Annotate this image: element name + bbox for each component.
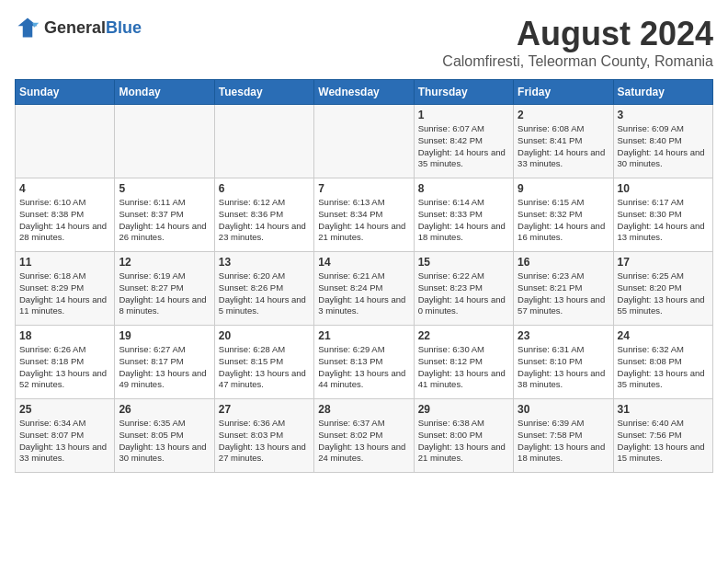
day-number: 4 (19, 182, 110, 195)
day-info: Sunrise: 6:21 AM Sunset: 8:24 PM Dayligh… (318, 270, 409, 317)
day-cell (214, 105, 313, 178)
week-row-4: 18Sunrise: 6:26 AM Sunset: 8:18 PM Dayli… (16, 326, 713, 399)
day-cell: 6Sunrise: 6:12 AM Sunset: 8:36 PM Daylig… (214, 178, 313, 252)
day-number: 13 (219, 256, 310, 269)
day-info: Sunrise: 6:32 AM Sunset: 8:08 PM Dayligh… (618, 344, 709, 391)
day-number: 3 (618, 109, 709, 121)
logo-text-general: General (44, 18, 106, 38)
day-info: Sunrise: 6:08 AM Sunset: 8:41 PM Dayligh… (518, 123, 609, 170)
day-cell: 26Sunrise: 6:35 AM Sunset: 8:05 PM Dayli… (115, 399, 214, 473)
week-row-5: 25Sunrise: 6:34 AM Sunset: 8:07 PM Dayli… (16, 399, 713, 473)
day-info: Sunrise: 6:25 AM Sunset: 8:20 PM Dayligh… (618, 270, 709, 317)
day-cell: 19Sunrise: 6:27 AM Sunset: 8:17 PM Dayli… (115, 326, 214, 399)
day-number: 28 (318, 403, 409, 416)
day-number: 22 (418, 329, 509, 342)
day-cell: 7Sunrise: 6:13 AM Sunset: 8:34 PM Daylig… (314, 178, 414, 252)
day-info: Sunrise: 6:26 AM Sunset: 8:18 PM Dayligh… (19, 344, 110, 391)
header: General Blue August 2024 Calomfiresti, T… (15, 15, 713, 70)
header-cell-tuesday: Tuesday (214, 80, 313, 105)
day-info: Sunrise: 6:13 AM Sunset: 8:34 PM Dayligh… (318, 197, 409, 244)
day-number: 31 (618, 403, 709, 416)
day-number: 1 (418, 109, 509, 121)
logo-text-blue: Blue (106, 18, 142, 38)
day-cell: 23Sunrise: 6:31 AM Sunset: 8:10 PM Dayli… (514, 326, 613, 399)
day-number: 20 (219, 329, 310, 342)
day-info: Sunrise: 6:30 AM Sunset: 8:12 PM Dayligh… (418, 344, 509, 391)
day-cell: 30Sunrise: 6:39 AM Sunset: 7:58 PM Dayli… (514, 399, 613, 473)
day-number: 25 (19, 403, 110, 416)
day-info: Sunrise: 6:23 AM Sunset: 8:21 PM Dayligh… (518, 270, 609, 317)
day-cell: 10Sunrise: 6:17 AM Sunset: 8:30 PM Dayli… (613, 178, 712, 252)
day-cell: 4Sunrise: 6:10 AM Sunset: 8:38 PM Daylig… (16, 178, 115, 252)
day-cell: 5Sunrise: 6:11 AM Sunset: 8:37 PM Daylig… (115, 178, 214, 252)
day-cell: 2Sunrise: 6:08 AM Sunset: 8:41 PM Daylig… (514, 105, 613, 178)
day-number: 27 (219, 403, 310, 416)
day-cell: 27Sunrise: 6:36 AM Sunset: 8:03 PM Dayli… (214, 399, 313, 473)
day-cell: 28Sunrise: 6:37 AM Sunset: 8:02 PM Dayli… (314, 399, 414, 473)
day-cell: 11Sunrise: 6:18 AM Sunset: 8:29 PM Dayli… (16, 252, 115, 326)
day-info: Sunrise: 6:22 AM Sunset: 8:23 PM Dayligh… (418, 270, 509, 317)
calendar-body: 1Sunrise: 6:07 AM Sunset: 8:42 PM Daylig… (16, 105, 713, 473)
day-number: 23 (518, 329, 609, 342)
day-number: 29 (418, 403, 509, 416)
day-cell: 14Sunrise: 6:21 AM Sunset: 8:24 PM Dayli… (314, 252, 414, 326)
day-info: Sunrise: 6:17 AM Sunset: 8:30 PM Dayligh… (618, 197, 709, 244)
day-info: Sunrise: 6:09 AM Sunset: 8:40 PM Dayligh… (618, 123, 709, 170)
day-info: Sunrise: 6:15 AM Sunset: 8:32 PM Dayligh… (518, 197, 609, 244)
calendar-header: SundayMondayTuesdayWednesdayThursdayFrid… (16, 80, 713, 105)
day-info: Sunrise: 6:35 AM Sunset: 8:05 PM Dayligh… (119, 418, 210, 465)
day-info: Sunrise: 6:37 AM Sunset: 8:02 PM Dayligh… (318, 418, 409, 465)
calendar-subtitle: Calomfiresti, Teleorman County, Romania (442, 53, 713, 70)
day-number: 2 (518, 109, 609, 121)
day-info: Sunrise: 6:38 AM Sunset: 8:00 PM Dayligh… (418, 418, 509, 465)
day-cell: 8Sunrise: 6:14 AM Sunset: 8:33 PM Daylig… (414, 178, 513, 252)
day-info: Sunrise: 6:29 AM Sunset: 8:13 PM Dayligh… (318, 344, 409, 391)
day-number: 7 (318, 182, 409, 195)
week-row-1: 1Sunrise: 6:07 AM Sunset: 8:42 PM Daylig… (16, 105, 713, 178)
day-cell (16, 105, 115, 178)
day-info: Sunrise: 6:34 AM Sunset: 8:07 PM Dayligh… (19, 418, 110, 465)
day-cell: 24Sunrise: 6:32 AM Sunset: 8:08 PM Dayli… (613, 326, 712, 399)
day-number: 8 (418, 182, 509, 195)
day-cell: 9Sunrise: 6:15 AM Sunset: 8:32 PM Daylig… (514, 178, 613, 252)
day-info: Sunrise: 6:07 AM Sunset: 8:42 PM Dayligh… (418, 123, 509, 170)
header-cell-sunday: Sunday (16, 80, 115, 105)
day-cell: 21Sunrise: 6:29 AM Sunset: 8:13 PM Dayli… (314, 326, 414, 399)
header-cell-thursday: Thursday (414, 80, 513, 105)
header-cell-saturday: Saturday (613, 80, 712, 105)
week-row-2: 4Sunrise: 6:10 AM Sunset: 8:38 PM Daylig… (16, 178, 713, 252)
day-number: 21 (318, 329, 409, 342)
day-cell: 16Sunrise: 6:23 AM Sunset: 8:21 PM Dayli… (514, 252, 613, 326)
day-cell: 18Sunrise: 6:26 AM Sunset: 8:18 PM Dayli… (16, 326, 115, 399)
header-cell-friday: Friday (514, 80, 613, 105)
day-cell: 3Sunrise: 6:09 AM Sunset: 8:40 PM Daylig… (613, 105, 712, 178)
day-cell: 25Sunrise: 6:34 AM Sunset: 8:07 PM Dayli… (16, 399, 115, 473)
day-number: 17 (618, 256, 709, 269)
day-cell: 31Sunrise: 6:40 AM Sunset: 7:56 PM Dayli… (613, 399, 712, 473)
header-row: SundayMondayTuesdayWednesdayThursdayFrid… (16, 80, 713, 105)
svg-marker-0 (18, 18, 38, 38)
svg-marker-1 (32, 23, 39, 28)
day-number: 30 (518, 403, 609, 416)
day-cell: 15Sunrise: 6:22 AM Sunset: 8:23 PM Dayli… (414, 252, 513, 326)
day-number: 15 (418, 256, 509, 269)
day-info: Sunrise: 6:39 AM Sunset: 7:58 PM Dayligh… (518, 418, 609, 465)
day-cell: 1Sunrise: 6:07 AM Sunset: 8:42 PM Daylig… (414, 105, 513, 178)
header-cell-wednesday: Wednesday (314, 80, 414, 105)
week-row-3: 11Sunrise: 6:18 AM Sunset: 8:29 PM Dayli… (16, 252, 713, 326)
day-info: Sunrise: 6:40 AM Sunset: 7:56 PM Dayligh… (618, 418, 709, 465)
day-number: 18 (19, 329, 110, 342)
day-info: Sunrise: 6:14 AM Sunset: 8:33 PM Dayligh… (418, 197, 509, 244)
day-cell: 22Sunrise: 6:30 AM Sunset: 8:12 PM Dayli… (414, 326, 513, 399)
day-number: 24 (618, 329, 709, 342)
day-info: Sunrise: 6:18 AM Sunset: 8:29 PM Dayligh… (19, 270, 110, 317)
day-number: 19 (119, 329, 210, 342)
day-info: Sunrise: 6:12 AM Sunset: 8:36 PM Dayligh… (219, 197, 310, 244)
day-number: 12 (119, 256, 210, 269)
day-number: 26 (119, 403, 210, 416)
calendar-table: SundayMondayTuesdayWednesdayThursdayFrid… (15, 79, 713, 473)
day-number: 6 (219, 182, 310, 195)
day-number: 9 (518, 182, 609, 195)
day-number: 11 (19, 256, 110, 269)
day-info: Sunrise: 6:20 AM Sunset: 8:26 PM Dayligh… (219, 270, 310, 317)
